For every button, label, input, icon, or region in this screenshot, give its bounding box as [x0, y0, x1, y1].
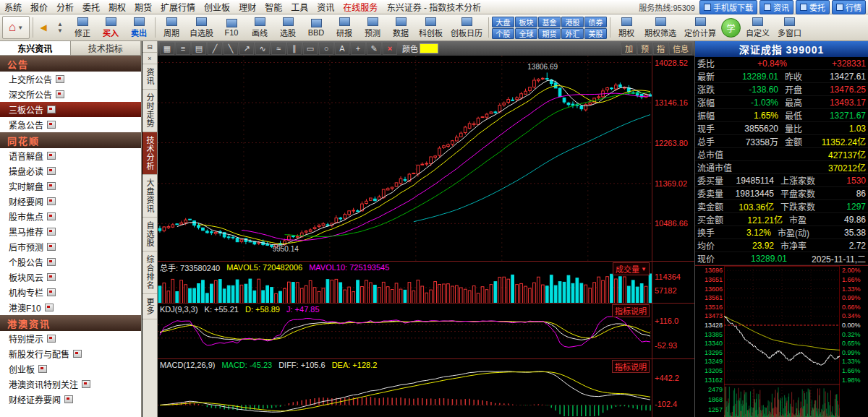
market-button[interactable]: 债券 [584, 17, 607, 27]
sidebar-item[interactable]: 新股发行与配售 [0, 346, 141, 361]
market-button[interactable]: 美股 [584, 28, 607, 39]
kdj-help-link[interactable]: 指标说明 [612, 304, 650, 317]
close-icon[interactable]: × [142, 53, 157, 64]
sidebar-item[interactable]: 个股公告 [0, 254, 141, 270]
vertical-tab[interactable]: 综合排名 [142, 252, 157, 294]
menu-item[interactable]: 扩展行情 [156, 0, 200, 14]
buy-button[interactable]: 买入 [98, 16, 124, 39]
grid-icon[interactable]: ▦ [160, 43, 174, 55]
back-button[interactable]: ◀ [36, 18, 51, 37]
sidebar-item[interactable]: 机构专栏 [0, 285, 141, 300]
sidebar-item[interactable]: 黑马推荐 [0, 224, 141, 239]
toolbar-button[interactable]: 多窗口 [775, 16, 804, 39]
segment-icon[interactable]: ╲ [224, 43, 238, 55]
sidebar-item[interactable]: 板块风云 [0, 270, 141, 285]
menu-item[interactable]: 期货 [130, 0, 156, 14]
intraday-mini-chart[interactable]: 1369613651136061356113516134731342813385… [695, 265, 868, 417]
home-button[interactable]: ⌂▼ [2, 16, 30, 39]
fix-button[interactable]: 修正 [69, 16, 95, 39]
macd-chart[interactable] [158, 369, 652, 417]
sidebar-item[interactable]: 三板公告 [0, 102, 141, 117]
macd-pane[interactable]: MACD(12,26,9) MACD: -45.23 DIFF: +105.6 … [158, 359, 694, 417]
toolbar-button[interactable]: 自定义 [743, 16, 773, 39]
candlestick-chart[interactable] [158, 56, 652, 262]
volume-pane[interactable]: 总手: 733580240 MAVOL5: 720482006 MAVOL10:… [158, 262, 694, 304]
sidebar-item[interactable]: 财经要闻 [0, 194, 141, 209]
sidebar-item[interactable]: 语音解盘 [0, 148, 141, 163]
market-button[interactable]: 板块 [515, 17, 537, 27]
volume-chart[interactable] [158, 272, 652, 304]
sidebar-item[interactable]: 创业板 [0, 361, 141, 377]
menu-item-online-service[interactable]: 在线服务 [339, 0, 382, 14]
candlestick-pane[interactable]: 14028.5213146.1612263.8011369.0210486.66… [158, 56, 694, 262]
rect-icon[interactable]: ▭ [303, 43, 318, 55]
sidebar-item[interactable]: 港澳F10 [0, 300, 141, 315]
sidebar-item[interactable]: 财经证券要闻 [0, 392, 141, 407]
list-icon[interactable]: ≡ [176, 43, 190, 55]
menu-item[interactable]: 创业板 [200, 0, 234, 14]
toolbar-button[interactable]: F10 [218, 16, 244, 39]
toolbar-button[interactable]: 数据 [388, 16, 414, 39]
arrow-line-icon[interactable]: ↗ [239, 43, 254, 55]
macd-help-link[interactable]: 指标说明 [612, 360, 650, 373]
toolbar-button[interactable]: 自选股 [187, 16, 216, 39]
menu-item[interactable]: 分析 [52, 0, 78, 14]
vertical-tab[interactable]: 大盘资讯 [142, 175, 157, 218]
delete-icon[interactable]: × [383, 43, 397, 55]
kdj-pane[interactable]: KDJ(9,3,3) K: +55.21 D: +58.89 J: +47.85… [158, 304, 694, 359]
approx-icon[interactable]: ≈ [271, 43, 286, 55]
intraday-chart[interactable] [724, 266, 840, 417]
toolbar-button[interactable]: 周期 [158, 16, 184, 39]
sell-button[interactable]: 卖出 [126, 16, 152, 39]
color-swatch[interactable] [420, 43, 438, 53]
toolbar-button[interactable]: 期权 [613, 16, 639, 39]
circle-icon[interactable]: ○ [319, 43, 333, 55]
sidebar-item[interactable]: 特别提示 [0, 331, 141, 346]
vertical-tab[interactable]: 技术分析 [142, 132, 157, 175]
learn-button[interactable]: 学 [721, 18, 741, 38]
sidebar-item[interactable]: 港澳资讯特别关注 [0, 377, 141, 392]
channel-icon[interactable]: ∥ [287, 43, 302, 55]
chart-info-button[interactable]: 加 [621, 43, 637, 55]
toolbar-button[interactable]: 期权筛选 [642, 16, 679, 39]
toolbar-button[interactable]: 创板日历 [448, 16, 485, 39]
menu-item[interactable]: 委托 [78, 0, 104, 14]
volume-pane-selector[interactable]: 成交量 ▼ [613, 262, 650, 275]
toolbar-button[interactable]: 画线 [247, 16, 273, 39]
sidebar-tab[interactable]: 东兴资讯 [0, 41, 71, 55]
cross-icon[interactable]: + [351, 43, 365, 55]
menu-item[interactable]: 理财 [234, 0, 260, 14]
sidebar-item[interactable]: 紧急公告 [0, 117, 141, 132]
quick-button[interactable]: 行情 [832, 0, 866, 14]
toolbar-button[interactable]: 定价计算 [681, 16, 719, 39]
wave-icon[interactable]: ∿ [255, 43, 270, 55]
quick-button[interactable]: 手机版下载 [699, 0, 757, 14]
toolbar-button[interactable]: BBD [303, 16, 329, 39]
vertical-tab[interactable]: 更多 [142, 294, 157, 319]
toolbar-button[interactable]: 研报 [331, 16, 357, 39]
menu-item[interactable]: 智能 [260, 0, 286, 14]
toolbar-button[interactable]: 科创板 [416, 16, 446, 39]
menu-item[interactable]: 工具 [286, 0, 312, 14]
menu-item[interactable]: 资讯 [312, 0, 339, 14]
menu-item[interactable]: 系统 [0, 0, 26, 14]
sidebar-item[interactable]: 操盘必读 [0, 163, 141, 179]
market-button[interactable]: 全球 [515, 28, 537, 39]
market-button[interactable]: 大盘 [492, 17, 514, 27]
sidebar-item[interactable]: 上交所公告 [0, 72, 141, 87]
vertical-tab[interactable]: 资讯 [142, 64, 157, 90]
quick-button[interactable]: 委托 [796, 0, 830, 14]
menu-item[interactable]: 报价 [26, 0, 52, 14]
sidebar-item[interactable]: 后市预测 [0, 239, 141, 254]
chart-info-button[interactable]: 指 [653, 43, 668, 55]
collapse-icon[interactable]: ⊟ [142, 41, 157, 53]
toolbar-button[interactable]: 预测 [359, 16, 386, 39]
brush-icon[interactable]: ✎ [367, 43, 381, 55]
chart-info-button[interactable]: 信息 [669, 43, 692, 55]
market-button[interactable]: 个股 [492, 28, 514, 39]
sidebar-item[interactable]: 深交所公告 [0, 87, 141, 102]
sidebar-item[interactable]: 实时解盘 [0, 179, 141, 194]
panel-icon[interactable]: ▤ [192, 43, 206, 55]
step-buttons[interactable]: ▲▼ [53, 18, 67, 37]
trendline-icon[interactable]: ╱ [208, 43, 222, 55]
